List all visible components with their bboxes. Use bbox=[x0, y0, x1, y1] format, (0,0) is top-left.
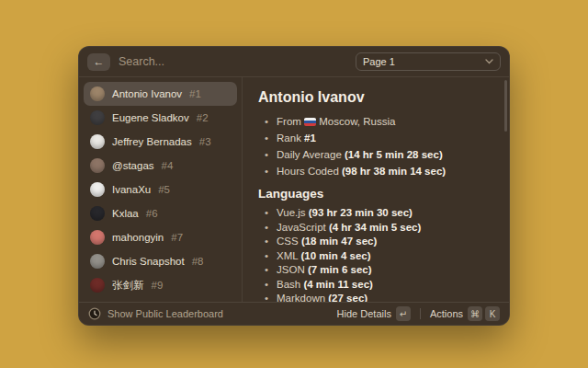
user-avatar bbox=[90, 110, 105, 125]
language-item-text: Bash (4 min 11 sec) bbox=[277, 278, 373, 293]
user-avatar bbox=[90, 182, 105, 197]
language-item-text: CSS (18 min 47 sec) bbox=[277, 235, 377, 249]
search-input[interactable] bbox=[119, 55, 347, 68]
enter-key-icon: ↵ bbox=[396, 306, 411, 321]
page-dropdown[interactable]: Page 1 bbox=[356, 52, 501, 71]
user-row[interactable]: mahongyin#7 bbox=[84, 225, 237, 249]
user-avatar bbox=[90, 134, 105, 149]
bullet-icon: • bbox=[265, 249, 268, 264]
bullet-icon: • bbox=[265, 113, 268, 130]
user-name: IvanaXu bbox=[112, 184, 151, 195]
bullet-icon: • bbox=[265, 263, 268, 278]
bullet-icon: • bbox=[265, 292, 268, 302]
page-dropdown-value: Page 1 bbox=[363, 56, 395, 67]
detail-info-item: •Rank #1 bbox=[265, 130, 494, 146]
language-item: •Bash (4 min 11 sec) bbox=[265, 278, 494, 293]
user-name: @stagas bbox=[112, 160, 154, 171]
back-button[interactable]: ← bbox=[87, 53, 110, 71]
detail-info-item: •From Moscow, Russia bbox=[265, 113, 494, 130]
language-item: •Markdown (27 sec) bbox=[265, 292, 494, 302]
user-rank: #8 bbox=[192, 256, 204, 267]
clock-icon bbox=[88, 307, 101, 320]
language-item-text: XML (10 min 4 sec) bbox=[277, 249, 371, 264]
user-name: Antonio Ivanov bbox=[112, 88, 182, 99]
language-item-text: JavaScript (4 hr 34 min 5 sec) bbox=[277, 221, 421, 236]
detail-info-item-text: Rank #1 bbox=[277, 130, 316, 146]
detail-info-item-text: Hours Coded (98 hr 38 min 14 sec) bbox=[277, 163, 446, 179]
scrollbar-thumb[interactable] bbox=[504, 80, 507, 132]
footer-actions: Hide Details ↵ Actions ⌘K bbox=[337, 306, 500, 321]
actions-keys: ⌘K bbox=[468, 306, 500, 321]
language-item: •JavaScript (4 hr 34 min 5 sec) bbox=[265, 221, 494, 236]
user-rank: #1 bbox=[189, 88, 201, 99]
user-name: Kxlaa bbox=[112, 208, 139, 219]
bullet-icon: • bbox=[265, 278, 268, 293]
language-item-text: Markdown (27 sec) bbox=[277, 292, 368, 302]
detail-info-item-text: From Moscow, Russia bbox=[277, 113, 395, 130]
bullet-icon: • bbox=[265, 163, 268, 179]
bullet-icon: • bbox=[265, 235, 268, 249]
language-item-text: Vue.js (93 hr 23 min 30 sec) bbox=[277, 206, 413, 221]
languages-heading: Languages bbox=[258, 186, 494, 201]
bullet-icon: • bbox=[265, 221, 268, 236]
bullet-icon: • bbox=[265, 130, 268, 146]
user-avatar bbox=[90, 86, 105, 101]
user-row[interactable]: 张剑新#9 bbox=[84, 273, 237, 297]
language-item-text: JSON (7 min 6 sec) bbox=[277, 263, 372, 278]
actions-menu-button[interactable]: Actions ⌘K bbox=[430, 306, 500, 321]
user-name: Eugene Sladkov bbox=[112, 112, 189, 123]
languages-list: •Vue.js (93 hr 23 min 30 sec)•JavaScript… bbox=[258, 206, 494, 302]
hide-details-action[interactable]: Hide Details ↵ bbox=[337, 306, 411, 321]
user-rank: #4 bbox=[162, 160, 174, 171]
detail-panel: Antonio Ivanov •From Moscow, Russia•Rank… bbox=[243, 77, 509, 302]
footer-command-label: Show Public Leaderboard bbox=[107, 308, 223, 319]
user-name: mahongyin bbox=[112, 232, 164, 243]
actions-label: Actions bbox=[430, 308, 463, 319]
user-row[interactable]: Jeffrey Bernadas#3 bbox=[84, 130, 237, 154]
info-list: •From Moscow, Russia•Rank #1•Daily Avera… bbox=[258, 113, 494, 179]
leaderboard-window: ← Page 1 Antonio Ivanov#1Eugene Sladkov#… bbox=[78, 46, 510, 326]
user-row[interactable]: Eugene Sladkov#2 bbox=[84, 106, 237, 130]
detail-title: Antonio Ivanov bbox=[258, 88, 494, 107]
user-rank: #3 bbox=[199, 136, 211, 147]
detail-info-item: •Hours Coded (98 hr 38 min 14 sec) bbox=[265, 163, 494, 179]
command-key-icon: ⌘ bbox=[468, 306, 482, 321]
language-item: •CSS (18 min 47 sec) bbox=[265, 235, 494, 249]
user-name: Jeffrey Bernadas bbox=[112, 136, 192, 147]
user-rank: #2 bbox=[197, 112, 209, 123]
main-content: Antonio Ivanov#1Eugene Sladkov#2Jeffrey … bbox=[79, 77, 509, 302]
language-item: •XML (10 min 4 sec) bbox=[265, 249, 494, 264]
user-name: Chris Snapshot bbox=[112, 256, 185, 267]
detail-info-item-text: Daily Average (14 hr 5 min 28 sec) bbox=[277, 146, 443, 163]
user-row[interactable]: Kxlaa#6 bbox=[84, 201, 237, 225]
footer-left: Show Public Leaderboard bbox=[88, 307, 337, 320]
footer-bar: Show Public Leaderboard Hide Details ↵ A… bbox=[79, 302, 509, 325]
user-avatar bbox=[90, 278, 105, 293]
hide-details-label: Hide Details bbox=[337, 308, 391, 319]
user-rank: #7 bbox=[171, 232, 183, 243]
user-avatar bbox=[90, 254, 105, 269]
user-rank: #6 bbox=[146, 208, 158, 219]
k-key-icon: K bbox=[485, 306, 500, 321]
user-rank: #5 bbox=[158, 184, 170, 195]
user-avatar bbox=[90, 158, 105, 173]
top-bar: ← Page 1 bbox=[79, 47, 509, 77]
user-row[interactable]: @stagas#4 bbox=[84, 154, 237, 178]
user-row[interactable]: Antonio Ivanov#1 bbox=[84, 82, 237, 106]
user-row[interactable]: IvanaXu#5 bbox=[84, 178, 237, 201]
desktop-background: { "topbar": { "search_placeholder": "Sea… bbox=[0, 0, 588, 368]
footer-divider bbox=[420, 308, 421, 319]
detail-info-item: •Daily Average (14 hr 5 min 28 sec) bbox=[265, 146, 494, 163]
bullet-icon: • bbox=[265, 146, 268, 163]
language-item: •Vue.js (93 hr 23 min 30 sec) bbox=[265, 206, 494, 221]
user-rank: #9 bbox=[152, 280, 164, 291]
user-row[interactable]: Chris Snapshot#8 bbox=[84, 249, 237, 273]
language-item: •JSON (7 min 6 sec) bbox=[265, 263, 494, 278]
user-avatar bbox=[90, 206, 105, 221]
back-arrow-icon: ← bbox=[94, 55, 105, 68]
russia-flag-icon bbox=[304, 118, 316, 126]
chevron-down-icon bbox=[485, 59, 493, 64]
user-avatar bbox=[90, 230, 105, 245]
user-name: 张剑新 bbox=[112, 279, 144, 293]
user-list: Antonio Ivanov#1Eugene Sladkov#2Jeffrey … bbox=[79, 77, 243, 302]
